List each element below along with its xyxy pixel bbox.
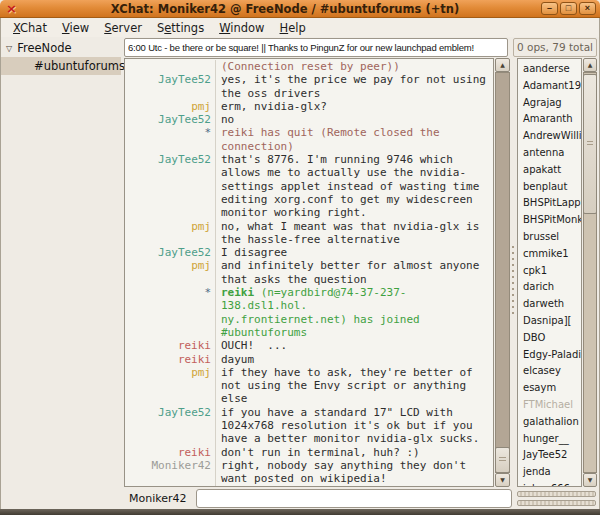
menu-xchat[interactable]: XChat <box>6 19 55 37</box>
message-nick: JayTee52 <box>125 113 215 126</box>
server-name: FreeNode <box>17 41 71 55</box>
user-list-item[interactable]: AndrewWillian <box>518 128 581 145</box>
user-list-item[interactable]: galathalion <box>518 414 581 431</box>
nickname-button[interactable]: Moniker42 <box>129 492 187 505</box>
user-list: aanderseAdamant198AgrajagAmaranthAndrewW… <box>517 58 582 487</box>
message-nick: pmj <box>125 220 215 247</box>
message-nick: * <box>125 126 215 153</box>
userlist-scroll-down-button[interactable]: ▼ <box>583 473 597 487</box>
user-list-item[interactable]: darich <box>518 279 581 296</box>
message-nick: JayTee52 <box>125 406 215 446</box>
message-text: that's 8776. I'm running 9746 which allo… <box>215 153 489 219</box>
message-input[interactable] <box>196 489 512 508</box>
user-list-item[interactable]: brussel <box>518 229 581 246</box>
message-nick: reiki <box>125 339 215 352</box>
user-list-item[interactable]: cpk1 <box>518 263 581 280</box>
chat-scrollbar-trough[interactable] <box>495 72 510 473</box>
message-text: erm, nvidia-glx? <box>215 100 489 113</box>
user-list-item[interactable]: Dasnipa][ <box>518 313 581 330</box>
chat-message: reikiOUCH! ... <box>125 339 493 352</box>
user-list-item[interactable]: esaym <box>518 380 581 397</box>
user-list-item[interactable]: Adamant198 <box>518 78 581 95</box>
chat-scrollbar[interactable]: ▲ ▼ <box>495 58 510 487</box>
message-text: no, what I meant was that nvidia-glx is … <box>215 220 489 247</box>
title-bar: × XChat: Moniker42 @ FreeNode / #ubuntuf… <box>0 0 600 18</box>
chat-message: JayTee52if you have a standard 17" LCD w… <box>125 406 493 446</box>
chat-scroll-down-button[interactable]: ▼ <box>495 473 510 487</box>
message-text: (Connection reset by peer)) <box>215 60 489 73</box>
expander-icon[interactable]: ▽ <box>6 41 12 57</box>
chat-message: JayTee52that's 8776. I'm running 9746 wh… <box>125 153 493 219</box>
message-nick: reiki <box>125 446 215 459</box>
topic-input[interactable] <box>124 38 508 57</box>
message-text: if they have to ask, they're better of n… <box>215 366 489 406</box>
message-text: right, nobody say anything they don't wa… <box>215 459 489 486</box>
user-list-item[interactable]: Agrajag <box>518 95 581 112</box>
user-list-item[interactable]: cmmike1 <box>518 246 581 263</box>
ops-count-label: 0 ops, 79 total <box>513 38 597 57</box>
message-nick: pmj <box>125 259 215 286</box>
user-list-item[interactable]: JayTee52 <box>518 447 581 464</box>
userlist-scrollbar-thumb[interactable] <box>583 74 597 214</box>
user-list-item[interactable]: DBO <box>518 330 581 347</box>
user-list-item[interactable]: FTMichael <box>518 397 581 414</box>
message-nick <box>125 60 215 73</box>
close-button[interactable]: × <box>579 2 596 15</box>
chat-message: pmjif they have to ask, they're better o… <box>125 366 493 406</box>
userlist-scrollbar[interactable]: ▲ ▼ <box>583 58 597 487</box>
chat-message: *reiki (n=yardbird@74-37-237-138.dsl1.ho… <box>125 286 493 339</box>
message-text: dayum <box>215 353 489 366</box>
menu-bar: XChatViewServerSettingsWindowHelp <box>1 18 599 37</box>
message-nick: pmj <box>125 486 215 488</box>
user-list-item[interactable]: benplaut <box>518 179 581 196</box>
close-icon: × <box>580 3 595 14</box>
menu-settings[interactable]: Settings <box>150 19 212 37</box>
channel-tree-item-ubuntuforums[interactable]: #ubuntuforums <box>1 57 121 75</box>
chat-message: Moniker42right, nobody say anything they… <box>125 459 493 486</box>
menu-window[interactable]: Window <box>212 19 272 37</box>
chat-message: pmjand infinitely better for almost anyo… <box>125 259 493 286</box>
user-list-item[interactable]: BHSPitLappy <box>518 195 581 212</box>
server-tree-item-freenode[interactable]: ▽FreeNode <box>3 40 120 56</box>
chat-message: pmjwikipedia sucks! <box>125 486 493 488</box>
user-list-item[interactable]: antenna <box>518 145 581 162</box>
userlist-scroll-up-button[interactable]: ▲ <box>583 58 597 72</box>
message-text: don't run in terminal, huh? :) <box>215 446 489 459</box>
message-nick: reiki <box>125 353 215 366</box>
menu-help[interactable]: Help <box>273 19 314 37</box>
xchat-app-icon[interactable]: × <box>6 0 17 18</box>
message-nick: pmj <box>125 366 215 406</box>
message-nick: JayTee52 <box>125 246 215 259</box>
chat-scrollbar-thumb[interactable] <box>495 447 510 473</box>
user-list-item[interactable]: BHSPitMonke <box>518 212 581 229</box>
menu-server[interactable]: Server <box>97 19 150 37</box>
user-list-item[interactable]: elcasey <box>518 363 581 380</box>
message-text: reiki (n=yardbird@74-37-237-138.dsl1.hol… <box>215 286 489 339</box>
message-text: and infinitely better for almost anyone … <box>215 259 489 286</box>
minimize-button[interactable]: – <box>541 2 558 15</box>
chat-message: (Connection reset by peer)) <box>125 60 493 73</box>
chat-message: JayTee52yes, it's the price we pay for n… <box>125 73 493 100</box>
user-list-item[interactable]: Amaranth <box>518 111 581 128</box>
message-nick: JayTee52 <box>125 73 215 100</box>
message-nick: * <box>125 286 215 339</box>
chat-message: JayTee52no <box>125 113 493 126</box>
user-list-item[interactable]: johan666 <box>518 481 581 487</box>
user-list-item[interactable]: Edgy-Paladin <box>518 347 581 364</box>
minimize-icon: – <box>542 3 557 14</box>
menu-view[interactable]: View <box>55 19 97 37</box>
chat-scroll-up-button[interactable]: ▲ <box>495 58 510 72</box>
user-list-item[interactable]: jenda <box>518 464 581 481</box>
chat-message: pmjerm, nvidia-glx? <box>125 100 493 113</box>
user-list-item[interactable]: aanderse <box>518 61 581 78</box>
pane-resize-handle[interactable] <box>511 245 515 317</box>
message-nick: JayTee52 <box>125 153 215 219</box>
message-text: I disagree <box>215 246 489 259</box>
maximize-button[interactable]: □ <box>560 2 577 15</box>
user-list-item[interactable]: darweth <box>518 296 581 313</box>
chat-message: JayTee52I disagree <box>125 246 493 259</box>
user-list-item[interactable]: hunger__ <box>518 431 581 448</box>
user-list-item[interactable]: apakatt <box>518 162 581 179</box>
xchat-window: × XChat: Moniker42 @ FreeNode / #ubuntuf… <box>0 0 600 515</box>
lag-meter <box>517 491 596 497</box>
